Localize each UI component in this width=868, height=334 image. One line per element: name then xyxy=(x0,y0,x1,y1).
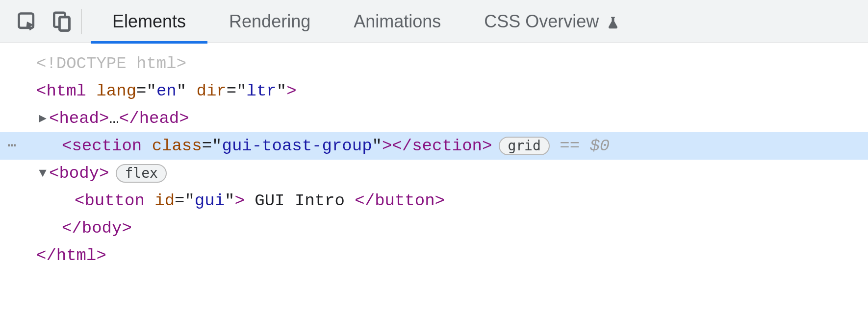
layout-badge-flex[interactable]: flex xyxy=(116,164,166,183)
more-actions-icon[interactable]: ⋯ xyxy=(0,132,24,160)
dom-line-body-open[interactable]: ▼ <body> flex xyxy=(0,160,868,187)
console-ref: $0 xyxy=(589,132,610,160)
elements-dom-tree[interactable]: <!DOCTYPE html> <html lang="en" dir="ltr… xyxy=(0,43,868,269)
inspect-element-icon[interactable] xyxy=(10,0,44,43)
tab-elements[interactable]: Elements xyxy=(91,0,207,43)
tab-rendering[interactable]: Rendering xyxy=(207,0,332,43)
tab-label: Rendering xyxy=(229,11,310,32)
tabbar-divider xyxy=(81,9,82,34)
tab-label: CSS Overview xyxy=(484,11,599,32)
dom-line-html-close[interactable]: </html> xyxy=(0,242,868,269)
dom-line-button[interactable]: <button id="gui"> GUI Intro </button> xyxy=(0,187,868,215)
dom-line-body-close[interactable]: </body> xyxy=(0,215,868,242)
device-toggle-icon[interactable] xyxy=(44,0,78,43)
dom-line-doctype[interactable]: <!DOCTYPE html> xyxy=(0,50,868,77)
experiment-flask-icon xyxy=(606,14,620,29)
svg-rect-2 xyxy=(59,17,69,30)
dom-line-html-open[interactable]: <html lang="en" dir="ltr"> xyxy=(0,77,868,105)
dom-line-section-selected[interactable]: ⋯ <section class="gui-toast-group"></sec… xyxy=(0,132,868,160)
tab-animations[interactable]: Animations xyxy=(332,0,462,43)
expand-toggle-collapsed-icon[interactable]: ▶ xyxy=(36,105,49,132)
expand-toggle-expanded-icon[interactable]: ▼ xyxy=(36,160,49,187)
tab-label: Animations xyxy=(354,11,441,32)
tab-label: Elements xyxy=(112,11,186,32)
doctype-text: <!DOCTYPE html> xyxy=(36,50,186,77)
layout-badge-grid[interactable]: grid xyxy=(499,137,549,155)
tab-css-overview[interactable]: CSS Overview xyxy=(462,0,642,43)
devtools-tabbar: Elements Rendering Animations CSS Overvi… xyxy=(0,0,868,43)
dom-line-head[interactable]: ▶ <head>…</head> xyxy=(0,105,868,132)
